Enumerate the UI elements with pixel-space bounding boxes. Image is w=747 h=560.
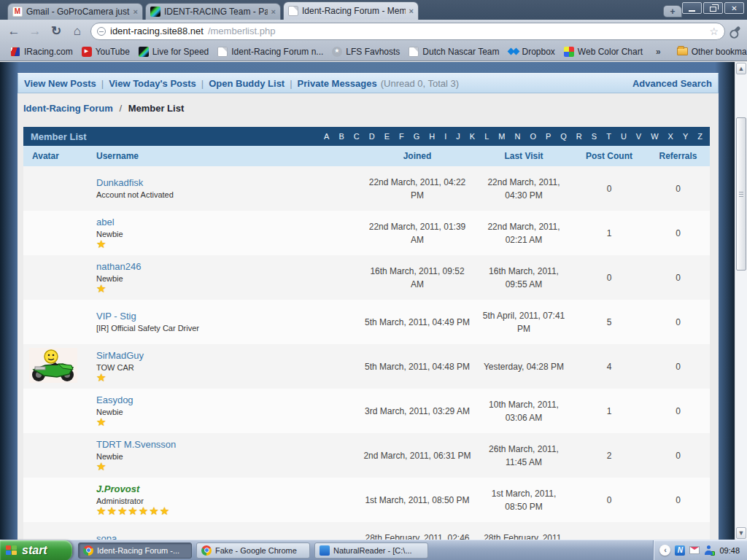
scroll-down-arrow[interactable]: ▼ <box>736 527 746 539</box>
alphabet-letter-link[interactable]: C <box>354 132 360 141</box>
alphabet-letter-link[interactable]: T <box>606 132 611 141</box>
bookmark-item[interactable]: LFS Favhosts <box>328 45 404 58</box>
scroll-up-arrow[interactable]: ▲ <box>736 63 746 74</box>
tab-close-icon[interactable]: × <box>271 7 276 16</box>
minimize-button[interactable] <box>682 2 702 14</box>
alphabet-letter-link[interactable]: K <box>470 132 475 141</box>
taskbar-app-icon <box>83 545 93 556</box>
username-link[interactable]: VIP - Stig <box>96 311 136 322</box>
username-link[interactable]: abel <box>96 217 115 228</box>
alphabet-letter-link[interactable]: E <box>384 132 390 141</box>
forum-nav-link[interactable]: Private Messages <box>298 78 377 89</box>
table-row: SirMadGuy TOW CAR ★ 5th March, 2011, 04:… <box>23 344 710 389</box>
alphabet-letter-link[interactable]: U <box>621 132 627 141</box>
wrench-menu-icon[interactable] <box>730 26 740 36</box>
referrals-cell: 0 <box>646 495 710 505</box>
username-link[interactable]: J.Provost <box>96 483 139 494</box>
alphabet-letter-link[interactable]: M <box>498 132 505 141</box>
forum-nav-link[interactable]: View New Posts <box>24 78 96 89</box>
alphabet-letter-link[interactable]: Y <box>683 132 688 141</box>
star-icon: ★ <box>128 505 138 517</box>
alphabet-letter-link[interactable]: G <box>414 132 420 141</box>
joined-cell: 5th March, 2011, 04:49 PM <box>359 316 476 329</box>
alphabet-letter-link[interactable]: X <box>668 132 673 141</box>
star-icon: ★ <box>96 238 107 250</box>
post-count-cell: 2 <box>572 451 646 461</box>
bookmark-item[interactable]: Dropbox <box>504 45 560 58</box>
bookmarks-overflow-chevron[interactable]: » <box>650 47 667 57</box>
forum-nav-link[interactable]: View Today's Posts <box>109 78 196 89</box>
forum-nav-item: | Private Messages <box>285 78 377 89</box>
alphabet-letter-link[interactable]: A <box>324 132 329 141</box>
alphabet-letter-link[interactable]: I <box>444 132 446 141</box>
breadcrumb-forum-link[interactable]: Ident-Racing Forum <box>23 103 113 114</box>
restore-button[interactable] <box>703 2 723 14</box>
bookmark-item[interactable]: Web Color Chart <box>560 45 647 58</box>
reload-button[interactable]: ↻ <box>48 23 64 39</box>
breadcrumb-separator: / <box>115 103 125 114</box>
username-link[interactable]: Easydog <box>96 394 133 405</box>
alphabet-letter-link[interactable]: B <box>338 132 344 141</box>
username-link[interactable]: Dunkadfisk <box>96 177 143 188</box>
start-label: start <box>22 544 47 557</box>
browser-tab[interactable]: Gmail - GoProCamera just u... × <box>7 3 143 20</box>
table-column-headers: Avatar Username Joined Last Visit Post C… <box>23 146 710 166</box>
alphabet-letter-link[interactable]: S <box>592 132 597 141</box>
bookmark-item[interactable]: YouTube <box>77 45 134 58</box>
messenger-tray-icon[interactable] <box>704 545 713 555</box>
user-title: Newbie <box>96 274 359 283</box>
username-link[interactable]: SirMadGuy <box>96 350 144 361</box>
username-link[interactable]: nathan246 <box>96 261 141 272</box>
address-bar[interactable]: ident-racing.site88.net /memberlist.php … <box>90 23 725 40</box>
referrals-cell: 0 <box>646 317 710 327</box>
mail-tray-icon[interactable] <box>689 546 700 554</box>
forum-nav-link[interactable]: Open Buddy List <box>209 78 285 89</box>
new-tab-button[interactable]: + <box>663 5 682 18</box>
start-button[interactable]: start <box>0 540 72 560</box>
browser-tab[interactable]: Ident-Racing Forum - Mem... × <box>283 1 419 20</box>
alphabet-letter-link[interactable]: H <box>429 132 435 141</box>
back-button[interactable]: ← <box>6 24 22 39</box>
user-title: Newbie <box>96 408 359 416</box>
browser-tab[interactable]: IDENT-RACING Team - Pag... × <box>145 3 281 20</box>
username-link[interactable]: sopa <box>96 533 117 540</box>
scrollbar-thumb[interactable] <box>736 117 746 271</box>
alphabet-letter-link[interactable]: Q <box>560 132 567 141</box>
forum-nav-item: | View Today's Posts <box>96 78 196 89</box>
other-bookmarks-button[interactable]: Other bookmarks <box>673 45 747 58</box>
user-title: [IR] Official Safety Car Driver <box>96 324 359 332</box>
advanced-search-link[interactable]: Advanced Search <box>632 78 712 89</box>
alphabet-letter-link[interactable]: N <box>514 132 520 141</box>
user-stars: ★ <box>96 373 359 384</box>
close-button[interactable]: ✕ <box>724 2 744 14</box>
alphabet-letter-link[interactable]: F <box>399 132 404 141</box>
hide-tray-icons-button[interactable]: ‹ <box>659 545 670 556</box>
naturalreader-tray-icon[interactable]: N <box>675 545 685 556</box>
alphabet-letter-link[interactable]: O <box>530 132 536 141</box>
taskbar-window-button[interactable]: NaturalReader - [C:\... <box>314 542 428 559</box>
alphabet-letter-link[interactable]: J <box>456 132 460 141</box>
last-visit-cell: 28th February, 2011, 02:49 AM <box>476 532 572 540</box>
bookmark-item[interactable]: Live for Speed <box>134 45 213 58</box>
alphabet-letter-link[interactable]: D <box>369 132 375 141</box>
taskbar-window-button[interactable]: Fake - Google Chrome <box>196 542 310 559</box>
alphabet-letter-link[interactable]: V <box>636 132 641 141</box>
alphabet-letter-link[interactable]: W <box>651 132 658 141</box>
tab-close-icon[interactable]: × <box>409 7 414 15</box>
tab-close-icon[interactable]: × <box>133 7 138 16</box>
taskbar-window-button[interactable]: Ident-Racing Forum -... <box>78 542 192 559</box>
alphabet-letter-link[interactable]: Z <box>697 132 703 141</box>
alphabet-letter-link[interactable]: P <box>546 132 551 141</box>
forward-button[interactable]: → <box>27 24 43 39</box>
bookmark-item[interactable]: Ident-Racing Forum n... <box>213 45 328 58</box>
username-link[interactable]: TDRT M.Svensson <box>96 439 176 450</box>
alphabet-letter-link[interactable]: L <box>484 132 489 141</box>
bookmark-item[interactable]: IRacing.com <box>6 45 77 58</box>
bookmark-item[interactable]: Dutch Nascar Team <box>404 45 503 58</box>
home-button[interactable]: ⌂ <box>69 24 85 39</box>
bookmark-star-icon[interactable]: ☆ <box>709 26 719 37</box>
user-title: TOW CAR <box>96 363 359 372</box>
alphabet-letter-link[interactable]: R <box>576 132 582 141</box>
page-scrollbar[interactable]: ▲ ▼ <box>735 62 747 540</box>
bookmark-favicon <box>139 47 149 57</box>
